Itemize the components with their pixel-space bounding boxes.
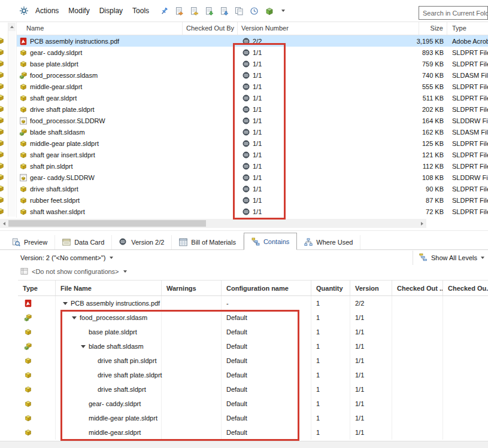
file-row[interactable]: shaft washer.sldprt 1/1 72 KB SLDPRT Fil… — [17, 206, 488, 217]
menu-tools[interactable]: Tools — [128, 4, 154, 17]
tab-contains[interactable]: Contains — [244, 233, 297, 250]
file-row[interactable]: drive shaft.sldprt 1/1 90 KB SLDPRT File — [17, 183, 488, 194]
column-header-configuration-name[interactable]: Configuration name — [222, 281, 311, 295]
file-name: food_processor.sldasm — [30, 72, 98, 79]
tab-where-used[interactable]: Where Used — [297, 235, 360, 249]
chevron-down-icon — [110, 257, 113, 259]
scroll-left-arrow[interactable] — [0, 219, 8, 228]
collapse-icon[interactable] — [72, 316, 77, 319]
bottom-scrollbar[interactable] — [0, 441, 488, 448]
version-icon — [243, 129, 250, 136]
version-icon — [243, 72, 250, 79]
version-number-value: 1/1 — [253, 185, 262, 193]
version-selector[interactable]: Version: 2 ("<No comment>") — [20, 254, 113, 261]
contains-row[interactable]: blade shaft.sldasm Default 1 1/1 — [18, 339, 488, 353]
file-row[interactable]: base plate.sldprt 1/1 759 KB SLDPRT File — [17, 58, 488, 69]
clipped-icon — [0, 184, 5, 193]
history-icon[interactable] — [247, 4, 261, 18]
file-row[interactable]: food_processor.SLDDRW 1/1 164 KB SLDDRW … — [17, 115, 488, 126]
contains-row[interactable]: drive shaft plate.sldprt Default 1 1/1 — [18, 368, 488, 382]
show-all-levels-selector[interactable]: Show All Levels — [413, 251, 488, 265]
file-row[interactable]: drive shaft plate.sldprt 1/1 202 KB SLDP… — [17, 103, 488, 115]
contains-row[interactable]: middle-gear plate.sldprt Default 1 1/1 — [18, 411, 488, 425]
quantity-value: 1 — [311, 411, 350, 425]
contains-row[interactable]: food_processor.sldasm Default 1 1/1 — [18, 310, 488, 325]
file-row[interactable]: rubber feet.sldprt 1/1 87 KB SLDPRT File — [17, 194, 488, 206]
column-header-checked-out-by[interactable]: Checked Out By — [183, 22, 238, 35]
contains-row[interactable]: middle-gear.sldprt Default 1 1/1 — [18, 425, 488, 440]
package-icon[interactable] — [262, 4, 276, 18]
configuration-name-value: Default — [222, 411, 311, 425]
clipped-icon — [0, 82, 5, 91]
data-card-icon — [62, 238, 71, 246]
file-name: drive shaft.sldprt — [30, 185, 78, 193]
chevron-down-icon — [481, 257, 484, 259]
toolbar-overflow-chevron-icon[interactable] — [276, 4, 290, 18]
menu-modify[interactable]: Modify — [63, 4, 94, 17]
file-size: 90 KB — [387, 185, 447, 193]
column-header-checked-out-1[interactable]: Checked Out ... — [392, 281, 443, 295]
file-row[interactable]: shaft gear insert.sldprt 1/1 121 KB SLDP… — [17, 149, 488, 160]
file-row[interactable]: middle-gear.sldprt 1/1 555 KB SLDPRT Fil… — [17, 81, 488, 92]
quantity-value: 1 — [311, 425, 350, 440]
search-input[interactable]: Search in Current Folder — [419, 6, 488, 20]
contains-row[interactable]: drive shaft pin.sldprt Default 1 1/1 — [18, 353, 488, 368]
quantity-value: 1 — [311, 296, 350, 310]
version-number-value: 1/1 — [253, 72, 262, 79]
scroll-up-arrow[interactable] — [8, 23, 16, 31]
file-size: 893 KB — [387, 49, 447, 56]
version-value: 1/1 — [350, 397, 392, 411]
file-row[interactable]: gear- caddy.SLDDRW 1/1 108 KB SLDDRW Fil… — [17, 172, 488, 183]
file-row[interactable]: middle-gear plate.sldprt 1/1 125 KB SLDP… — [17, 138, 488, 149]
file-row[interactable]: shaft pin.sldprt 1/1 112 KB SLDPRT File — [17, 160, 488, 172]
column-header-quantity[interactable]: Quantity — [311, 281, 350, 295]
file-row[interactable]: gear- caddy.sldprt 1/1 893 KB SLDPRT Fil… — [17, 47, 488, 58]
column-header-size[interactable]: Size — [419, 22, 447, 35]
contains-row[interactable]: gear- caddy.sldprt Default 1 1/1 — [18, 397, 488, 411]
menu-display[interactable]: Display — [95, 4, 128, 17]
app-icon[interactable] — [17, 4, 31, 18]
tab-bill-of-materials[interactable]: Bill of Materials — [172, 235, 244, 249]
configurations-selector[interactable]: <Do not show configurations> — [32, 268, 127, 275]
pin-icon[interactable] — [157, 4, 171, 18]
bill-of-materials-icon — [179, 238, 187, 246]
column-header-file-name[interactable]: File Name — [56, 281, 162, 295]
checked-out-value-2 — [443, 339, 488, 353]
contains-row[interactable]: PCB assembly instructions.pdf - 1 2/2 — [18, 296, 488, 310]
file-row[interactable]: shaft gear.sldprt 1/1 511 KB SLDPRT File — [17, 92, 488, 103]
column-header-name[interactable]: Name — [17, 22, 183, 35]
file-size: 555 KB — [387, 83, 447, 90]
contains-row[interactable]: base plate.sldprt Default 1 1/1 — [18, 325, 488, 339]
column-header-version-number[interactable]: Version Number — [238, 22, 419, 35]
file-row[interactable]: food_processor.sldasm 1/1 740 KB SLDASM … — [17, 69, 488, 81]
part-file-icon — [19, 60, 28, 68]
scroll-right-arrow[interactable] — [418, 219, 426, 228]
file-row[interactable]: PCB assembly instructions.pdf 2/2 3,195 … — [17, 35, 488, 47]
vertical-scrollbar[interactable] — [8, 23, 16, 217]
column-header-type[interactable]: Type — [18, 281, 56, 295]
tab-version-2-2[interactable]: Version 2/2 — [112, 235, 172, 249]
collapse-icon[interactable] — [63, 302, 68, 305]
tab-data-card[interactable]: Data Card — [55, 235, 112, 249]
scrollbar-thumb[interactable] — [8, 220, 206, 227]
check-out-icon[interactable] — [172, 4, 186, 18]
file-row[interactable]: blade shaft.sldasm 1/1 162 KB SLDASM Fil… — [17, 126, 488, 138]
column-header-warnings[interactable]: Warnings — [162, 281, 222, 295]
file-name: middle-gear plate.sldprt — [30, 140, 99, 147]
tab-preview[interactable]: Preview — [5, 235, 55, 249]
collapse-icon[interactable] — [81, 345, 86, 348]
version-icon — [243, 174, 250, 181]
column-header-version[interactable]: Version — [350, 281, 392, 295]
column-header-type[interactable]: Type — [447, 22, 488, 35]
get-latest-version-icon[interactable] — [217, 4, 231, 18]
check-in-icon[interactable] — [202, 4, 216, 18]
horizontal-scrollbar[interactable] — [0, 219, 426, 228]
column-header-checked-out-2[interactable]: Checked Ou... — [443, 281, 488, 295]
copy-tree-icon[interactable] — [232, 4, 246, 18]
file-name: food_processor.sldasm — [80, 314, 147, 321]
menu-actions[interactable]: Actions — [31, 4, 63, 17]
version-number-value: 1/1 — [253, 163, 262, 170]
contains-row[interactable]: drive shaft.sldprt Default 1 1/1 — [18, 382, 488, 397]
undo-check-out-icon[interactable] — [187, 4, 201, 18]
file-size: 72 KB — [387, 208, 447, 215]
